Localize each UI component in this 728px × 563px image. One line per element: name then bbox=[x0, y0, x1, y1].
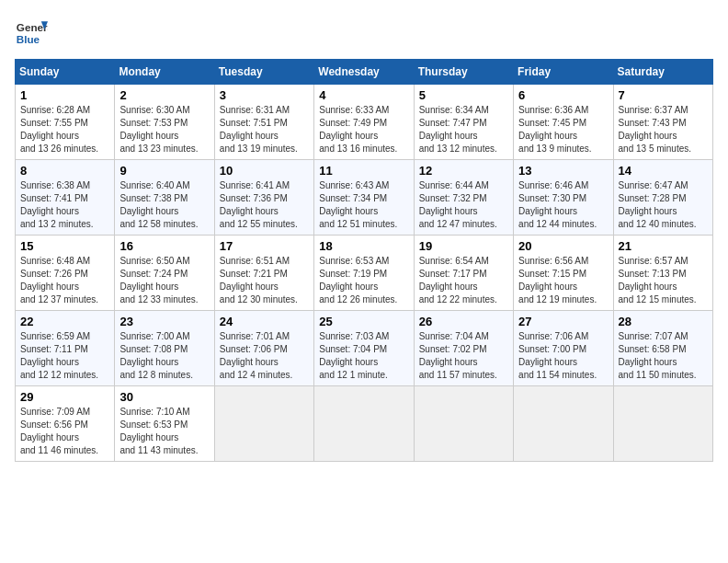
calendar-cell: 25 Sunrise: 7:03 AM Sunset: 7:04 PM Dayl… bbox=[314, 311, 414, 386]
day-info: Sunrise: 6:48 AM Sunset: 7:26 PM Dayligh… bbox=[20, 255, 109, 306]
weekday-header-wednesday: Wednesday bbox=[314, 60, 414, 85]
day-number: 10 bbox=[220, 164, 309, 178]
calendar-cell: 19 Sunrise: 6:54 AM Sunset: 7:17 PM Dayl… bbox=[414, 236, 513, 311]
calendar-cell: 2 Sunrise: 6:30 AM Sunset: 7:53 PM Dayli… bbox=[115, 85, 214, 160]
calendar-cell: 5 Sunrise: 6:34 AM Sunset: 7:47 PM Dayli… bbox=[414, 85, 513, 160]
day-info: Sunrise: 6:46 AM Sunset: 7:30 PM Dayligh… bbox=[518, 179, 608, 231]
logo: General Blue bbox=[15, 15, 48, 48]
calendar-cell: 20 Sunrise: 6:56 AM Sunset: 7:15 PM Dayl… bbox=[514, 236, 613, 311]
day-info: Sunrise: 6:37 AM Sunset: 7:43 PM Dayligh… bbox=[619, 104, 708, 155]
calendar-cell: 26 Sunrise: 7:04 AM Sunset: 7:02 PM Dayl… bbox=[414, 311, 513, 386]
calendar-cell: 8 Sunrise: 6:38 AM Sunset: 7:41 PM Dayli… bbox=[16, 160, 115, 236]
day-number: 2 bbox=[119, 88, 209, 102]
day-info: Sunrise: 7:04 AM Sunset: 7:02 PM Dayligh… bbox=[419, 330, 508, 382]
day-number: 29 bbox=[20, 390, 109, 404]
calendar-cell: 3 Sunrise: 6:31 AM Sunset: 7:51 PM Dayli… bbox=[214, 85, 313, 160]
calendar-cell bbox=[514, 386, 613, 462]
calendar-cell: 27 Sunrise: 7:06 AM Sunset: 7:00 PM Dayl… bbox=[514, 311, 613, 386]
day-info: Sunrise: 6:54 AM Sunset: 7:17 PM Dayligh… bbox=[419, 255, 508, 306]
page-header: General Blue bbox=[15, 15, 713, 48]
day-info: Sunrise: 6:43 AM Sunset: 7:34 PM Dayligh… bbox=[319, 179, 408, 231]
day-number: 7 bbox=[619, 88, 708, 102]
calendar-cell bbox=[314, 386, 414, 462]
calendar-cell: 30 Sunrise: 7:10 AM Sunset: 6:53 PM Dayl… bbox=[115, 386, 214, 462]
calendar-cell: 10 Sunrise: 6:41 AM Sunset: 7:36 PM Dayl… bbox=[214, 160, 313, 236]
calendar-cell: 4 Sunrise: 6:33 AM Sunset: 7:49 PM Dayli… bbox=[314, 85, 414, 160]
day-info: Sunrise: 6:50 AM Sunset: 7:24 PM Dayligh… bbox=[119, 255, 209, 306]
day-info: Sunrise: 7:06 AM Sunset: 7:00 PM Dayligh… bbox=[518, 330, 608, 382]
day-number: 25 bbox=[319, 315, 408, 328]
day-info: Sunrise: 6:57 AM Sunset: 7:13 PM Dayligh… bbox=[619, 255, 708, 306]
day-info: Sunrise: 7:07 AM Sunset: 6:58 PM Dayligh… bbox=[619, 330, 708, 382]
calendar-cell: 13 Sunrise: 6:46 AM Sunset: 7:30 PM Dayl… bbox=[514, 160, 613, 236]
day-info: Sunrise: 6:51 AM Sunset: 7:21 PM Dayligh… bbox=[220, 255, 309, 306]
calendar-cell: 1 Sunrise: 6:28 AM Sunset: 7:55 PM Dayli… bbox=[16, 85, 115, 160]
day-info: Sunrise: 7:10 AM Sunset: 6:53 PM Dayligh… bbox=[119, 406, 209, 457]
day-number: 5 bbox=[419, 88, 508, 102]
svg-text:Blue: Blue bbox=[17, 33, 40, 45]
calendar-cell: 9 Sunrise: 6:40 AM Sunset: 7:38 PM Dayli… bbox=[115, 160, 214, 236]
calendar-cell: 23 Sunrise: 7:00 AM Sunset: 7:08 PM Dayl… bbox=[115, 311, 214, 386]
day-info: Sunrise: 6:56 AM Sunset: 7:15 PM Dayligh… bbox=[518, 255, 608, 306]
day-info: Sunrise: 6:36 AM Sunset: 7:45 PM Dayligh… bbox=[518, 104, 608, 155]
day-info: Sunrise: 7:00 AM Sunset: 7:08 PM Dayligh… bbox=[119, 330, 209, 382]
calendar-cell: 12 Sunrise: 6:44 AM Sunset: 7:32 PM Dayl… bbox=[414, 160, 513, 236]
calendar-cell bbox=[414, 386, 513, 462]
day-number: 3 bbox=[220, 88, 309, 102]
day-number: 11 bbox=[319, 164, 408, 178]
calendar-cell: 14 Sunrise: 6:47 AM Sunset: 7:28 PM Dayl… bbox=[613, 160, 712, 236]
calendar-cell: 16 Sunrise: 6:50 AM Sunset: 7:24 PM Dayl… bbox=[115, 236, 214, 311]
day-number: 30 bbox=[119, 390, 209, 404]
calendar-table: SundayMondayTuesdayWednesdayThursdayFrid… bbox=[15, 59, 713, 462]
calendar-cell: 17 Sunrise: 6:51 AM Sunset: 7:21 PM Dayl… bbox=[214, 236, 313, 311]
calendar-cell: 15 Sunrise: 6:48 AM Sunset: 7:26 PM Dayl… bbox=[16, 236, 115, 311]
weekday-header-monday: Monday bbox=[115, 60, 214, 85]
calendar-cell: 24 Sunrise: 7:01 AM Sunset: 7:06 PM Dayl… bbox=[214, 311, 313, 386]
calendar-cell: 28 Sunrise: 7:07 AM Sunset: 6:58 PM Dayl… bbox=[613, 311, 712, 386]
day-info: Sunrise: 6:38 AM Sunset: 7:41 PM Dayligh… bbox=[20, 179, 109, 231]
day-number: 24 bbox=[220, 315, 309, 328]
calendar-cell: 22 Sunrise: 6:59 AM Sunset: 7:11 PM Dayl… bbox=[16, 311, 115, 386]
day-number: 12 bbox=[419, 164, 508, 178]
day-number: 28 bbox=[619, 315, 708, 328]
weekday-header-friday: Friday bbox=[514, 60, 613, 85]
day-info: Sunrise: 6:41 AM Sunset: 7:36 PM Dayligh… bbox=[220, 179, 309, 231]
day-info: Sunrise: 6:30 AM Sunset: 7:53 PM Dayligh… bbox=[119, 104, 209, 155]
day-number: 19 bbox=[419, 239, 508, 253]
calendar-cell bbox=[613, 386, 712, 462]
day-number: 9 bbox=[119, 164, 209, 178]
weekday-header-saturday: Saturday bbox=[613, 60, 712, 85]
calendar-cell: 29 Sunrise: 7:09 AM Sunset: 6:56 PM Dayl… bbox=[16, 386, 115, 462]
day-info: Sunrise: 6:44 AM Sunset: 7:32 PM Dayligh… bbox=[419, 179, 508, 231]
day-number: 15 bbox=[20, 239, 109, 253]
day-number: 20 bbox=[518, 239, 608, 253]
day-info: Sunrise: 7:09 AM Sunset: 6:56 PM Dayligh… bbox=[20, 406, 109, 457]
calendar-cell: 7 Sunrise: 6:37 AM Sunset: 7:43 PM Dayli… bbox=[613, 85, 712, 160]
calendar-cell: 6 Sunrise: 6:36 AM Sunset: 7:45 PM Dayli… bbox=[514, 85, 613, 160]
calendar-cell: 21 Sunrise: 6:57 AM Sunset: 7:13 PM Dayl… bbox=[613, 236, 712, 311]
weekday-header-tuesday: Tuesday bbox=[214, 60, 313, 85]
day-number: 21 bbox=[619, 239, 708, 253]
day-number: 13 bbox=[518, 164, 608, 178]
weekday-header-sunday: Sunday bbox=[16, 60, 115, 85]
day-number: 23 bbox=[119, 315, 209, 328]
day-number: 1 bbox=[20, 88, 109, 102]
day-number: 8 bbox=[20, 164, 109, 178]
day-number: 16 bbox=[119, 239, 209, 253]
day-info: Sunrise: 6:31 AM Sunset: 7:51 PM Dayligh… bbox=[220, 104, 309, 155]
day-number: 17 bbox=[220, 239, 309, 253]
day-info: Sunrise: 6:53 AM Sunset: 7:19 PM Dayligh… bbox=[319, 255, 408, 306]
calendar-cell: 11 Sunrise: 6:43 AM Sunset: 7:34 PM Dayl… bbox=[314, 160, 414, 236]
weekday-header-thursday: Thursday bbox=[414, 60, 513, 85]
day-info: Sunrise: 7:01 AM Sunset: 7:06 PM Dayligh… bbox=[220, 330, 309, 382]
day-info: Sunrise: 6:28 AM Sunset: 7:55 PM Dayligh… bbox=[20, 104, 109, 155]
day-number: 14 bbox=[619, 164, 708, 178]
day-number: 18 bbox=[319, 239, 408, 253]
day-number: 4 bbox=[319, 88, 408, 102]
day-number: 26 bbox=[419, 315, 508, 328]
day-info: Sunrise: 6:34 AM Sunset: 7:47 PM Dayligh… bbox=[419, 104, 508, 155]
logo-icon: General Blue bbox=[15, 15, 48, 48]
day-info: Sunrise: 6:59 AM Sunset: 7:11 PM Dayligh… bbox=[20, 330, 109, 382]
day-info: Sunrise: 7:03 AM Sunset: 7:04 PM Dayligh… bbox=[319, 330, 408, 382]
day-info: Sunrise: 6:33 AM Sunset: 7:49 PM Dayligh… bbox=[319, 104, 408, 155]
